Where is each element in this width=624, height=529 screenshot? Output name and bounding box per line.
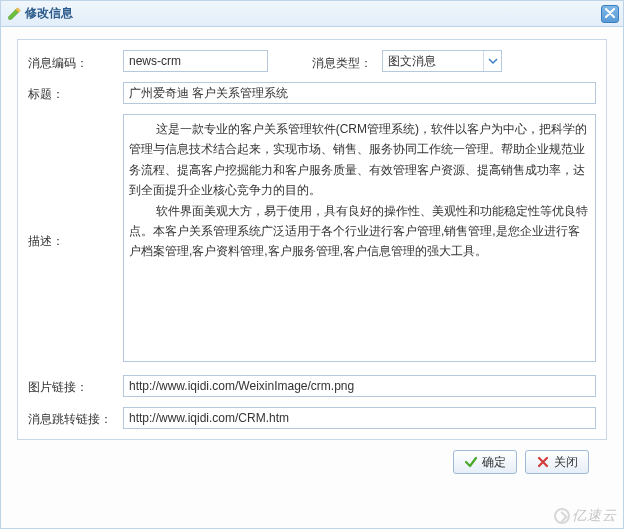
jump-link-input[interactable] xyxy=(123,407,596,429)
x-icon xyxy=(536,455,550,469)
watermark: 亿速云 xyxy=(554,506,617,526)
description-textarea[interactable] xyxy=(123,114,596,362)
row-title: 标题： xyxy=(28,82,596,104)
chevron-down-icon xyxy=(483,51,501,71)
label-title: 标题： xyxy=(28,82,123,103)
title-input[interactable] xyxy=(123,82,596,104)
close-button-label: 关闭 xyxy=(554,454,578,471)
watermark-text: 亿速云 xyxy=(572,507,617,525)
row-image-link: 图片链接： xyxy=(28,375,596,397)
edit-info-window: 修改信息 消息编码： 消息类型： 图文消息 xyxy=(0,0,624,529)
row-code-type: 消息编码： 消息类型： 图文消息 xyxy=(28,50,596,72)
ok-button-label: 确定 xyxy=(482,454,506,471)
close-icon xyxy=(605,7,615,21)
titlebar: 修改信息 xyxy=(1,1,623,27)
form-body: 消息编码： 消息类型： 图文消息 标题： xyxy=(1,27,623,482)
row-description: 描述： xyxy=(28,114,596,365)
label-msg-code: 消息编码： xyxy=(28,51,123,72)
window-title: 修改信息 xyxy=(25,5,73,22)
window-close-button[interactable] xyxy=(601,5,619,23)
form-panel: 消息编码： 消息类型： 图文消息 标题： xyxy=(17,39,607,440)
row-jump-link: 消息跳转链接： xyxy=(28,407,596,429)
close-button[interactable]: 关闭 xyxy=(525,450,589,474)
label-msg-type: 消息类型： xyxy=(312,51,382,72)
label-description: 描述： xyxy=(28,229,123,250)
msg-type-select[interactable]: 图文消息 xyxy=(382,50,502,72)
msg-code-input[interactable] xyxy=(123,50,268,72)
msg-type-value: 图文消息 xyxy=(388,53,483,70)
button-bar: 确定 关闭 xyxy=(17,440,607,474)
watermark-icon xyxy=(554,508,570,524)
image-link-input[interactable] xyxy=(123,375,596,397)
check-icon xyxy=(464,455,478,469)
label-jump-link: 消息跳转链接： xyxy=(28,407,123,428)
edit-icon xyxy=(7,7,21,21)
ok-button[interactable]: 确定 xyxy=(453,450,517,474)
label-image-link: 图片链接： xyxy=(28,375,123,396)
